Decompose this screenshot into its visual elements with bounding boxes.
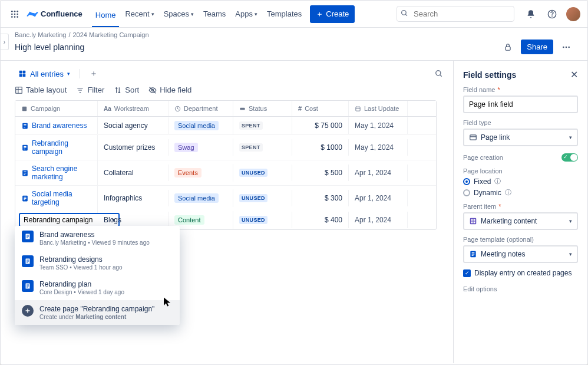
chevron-down-icon: ▾ — [255, 11, 257, 17]
close-panel-button[interactable]: ✕ — [570, 69, 578, 80]
workstream-cell[interactable]: Customer prizes — [98, 139, 169, 156]
svg-point-14 — [563, 46, 564, 48]
confluence-logo[interactable]: Confluence — [27, 8, 82, 20]
page-creation-toggle[interactable]: ✓ — [561, 153, 578, 162]
breadcrumb-page[interactable]: 2024 Marketing Campaign — [73, 31, 149, 38]
cost-cell[interactable]: $ 300 — [292, 190, 349, 206]
workstream-cell[interactable]: Infographics — [98, 190, 169, 206]
search-input[interactable] — [397, 6, 514, 22]
svg-rect-23 — [16, 87, 22, 93]
status-cell[interactable]: UNUSED — [233, 165, 292, 181]
date-cell[interactable]: May 1, 2024 — [349, 139, 408, 156]
share-button[interactable]: Share — [521, 40, 553, 54]
more-actions-icon[interactable] — [559, 40, 573, 54]
svg-line-22 — [440, 75, 442, 77]
view-tab-all-entries[interactable]: All entries ▾ — [15, 67, 74, 81]
profile-avatar[interactable] — [566, 7, 580, 21]
svg-rect-68 — [470, 135, 477, 140]
expand-sidebar-button[interactable]: › — [1, 34, 9, 50]
filter-button[interactable]: Filter — [76, 86, 104, 94]
info-icon: ⓘ — [505, 188, 511, 197]
svg-rect-73 — [471, 222, 473, 223]
campaign-cell[interactable]: Search engine marketing — [15, 160, 98, 185]
page-location-label: Page location — [463, 167, 578, 175]
nav-teams[interactable]: Teams — [200, 6, 229, 22]
create-button[interactable]: ＋ Create — [310, 5, 355, 23]
nav-recent[interactable]: Recent▾ — [121, 6, 157, 22]
date-cell[interactable]: Apr 1, 2024 — [349, 190, 408, 206]
cost-cell[interactable]: $ 75 000 — [292, 117, 349, 134]
breadcrumb-space[interactable]: Banc.ly Marketing — [15, 31, 66, 38]
divider — [80, 69, 80, 78]
date-cell[interactable]: Apr 1, 2024 — [349, 165, 408, 181]
add-view-button[interactable]: ＋ — [86, 67, 101, 80]
chevron-down-icon: ▾ — [67, 71, 70, 77]
svg-point-1 — [14, 11, 16, 12]
department-cell[interactable]: Social media — [169, 189, 233, 207]
page-template-select[interactable]: Meeting notes ▾ — [463, 245, 578, 263]
hide-field-button[interactable]: Hide field — [148, 86, 191, 94]
table-layout-button[interactable]: Table layout — [15, 86, 67, 94]
chevron-down-icon: ▾ — [569, 251, 572, 257]
svg-point-6 — [11, 16, 13, 18]
workstream-cell[interactable]: Social agency — [98, 117, 169, 134]
col-department[interactable]: Department — [169, 101, 233, 116]
page-icon — [22, 280, 34, 292]
col-last-update[interactable]: Last Update — [349, 101, 408, 116]
table-row: Rebranding campaignCustomer prizesSwagSP… — [15, 135, 436, 160]
checkbox-checked-icon[interactable]: ✓ — [463, 269, 471, 277]
svg-rect-70 — [470, 218, 477, 225]
radio-dynamic[interactable]: Dynamicⓘ — [463, 188, 578, 197]
svg-point-2 — [16, 11, 18, 12]
department-cell[interactable]: Events — [169, 164, 233, 182]
create-page-suggestion[interactable]: Create page "Rebranding campaign" Create… — [15, 300, 180, 325]
department-cell[interactable]: Social media — [169, 117, 233, 134]
status-cell[interactable]: SPENT — [233, 117, 292, 134]
field-name-input[interactable] — [463, 96, 578, 113]
search-input-wrapper — [397, 6, 514, 22]
cost-cell[interactable]: $ 400 — [292, 212, 349, 228]
workstream-cell[interactable]: Collateral — [98, 165, 169, 181]
cost-cell[interactable]: $ 1000 — [292, 139, 349, 156]
display-entry-checkbox-row[interactable]: ✓ Display entry on created pages — [463, 269, 578, 277]
chevron-down-icon: ▾ — [569, 218, 572, 224]
campaign-cell[interactable]: Social media targeting — [15, 186, 98, 211]
date-cell[interactable]: May 1, 2024 — [349, 117, 408, 134]
svg-rect-31 — [22, 106, 27, 110]
status-cell[interactable]: UNUSED — [233, 212, 292, 228]
cost-cell[interactable]: $ 500 — [292, 165, 349, 181]
table-search-icon[interactable] — [432, 67, 446, 81]
col-status[interactable]: Status — [233, 101, 292, 116]
campaign-cell[interactable]: Rebranding campaign — [15, 135, 98, 160]
help-icon[interactable] — [545, 7, 559, 21]
page-suggestion-item[interactable]: Rebranding designsTeam SSO • Viewed 1 ho… — [15, 251, 180, 275]
plus-circle-icon — [22, 305, 34, 317]
table-row: Search engine marketingCollateralEventsU… — [15, 160, 436, 186]
nav-templates[interactable]: Templates — [263, 6, 305, 22]
parent-item-select[interactable]: Marketing content ▾ — [463, 212, 578, 230]
restrictions-lock-icon[interactable] — [501, 40, 515, 54]
radio-fixed[interactable]: Fixedⓘ — [463, 177, 578, 186]
nav-apps[interactable]: Apps▾ — [232, 6, 261, 22]
svg-point-4 — [14, 13, 16, 15]
col-workstream[interactable]: AaWorkstream — [98, 101, 169, 116]
page-suggestion-item[interactable]: Brand awarenessBanc.ly Marketing • Viewe… — [15, 226, 180, 251]
table-header-row: Campaign AaWorkstream Department Status … — [15, 101, 436, 117]
sort-button[interactable]: Sort — [114, 86, 139, 94]
nav-spaces[interactable]: Spaces▾ — [160, 6, 197, 22]
svg-rect-19 — [19, 74, 22, 77]
svg-point-15 — [566, 46, 567, 48]
status-cell[interactable]: UNUSED — [233, 190, 292, 206]
campaign-cell[interactable]: Brand awareness — [15, 117, 98, 134]
app-switcher-icon[interactable] — [8, 7, 22, 21]
notifications-icon[interactable] — [524, 7, 538, 21]
col-cost[interactable]: #Cost — [292, 101, 349, 116]
svg-point-12 — [552, 16, 553, 17]
col-campaign[interactable]: Campaign — [15, 101, 98, 116]
page-suggestion-item[interactable]: Rebranding planCore Design • Viewed 1 da… — [15, 275, 180, 300]
status-cell[interactable]: SPENT — [233, 139, 292, 156]
department-cell[interactable]: Swag — [169, 139, 233, 156]
date-cell[interactable]: Apr 1, 2024 — [349, 212, 408, 228]
nav-home[interactable]: Home — [92, 7, 120, 27]
field-type-select[interactable]: Page link ▾ — [463, 129, 578, 146]
